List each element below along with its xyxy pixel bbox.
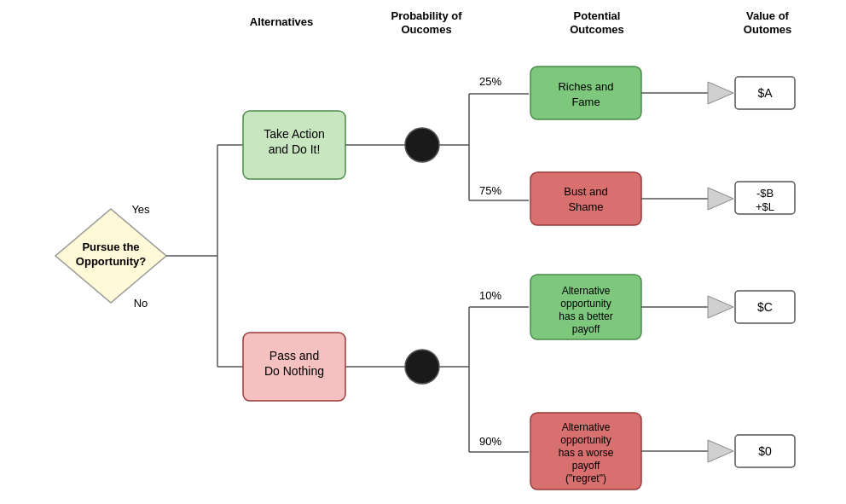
header-potential2: Outcomes: [570, 23, 624, 36]
chance-circle-1: [405, 128, 439, 162]
pass-label-2: Do Nothing: [264, 364, 324, 378]
bust-label-1: Bust and: [564, 185, 607, 198]
chevron-bust: [708, 188, 733, 210]
pct-90: 90%: [479, 435, 501, 448]
action-label-2: and Do It!: [269, 142, 321, 156]
header-value: Value of: [746, 9, 790, 22]
pct-75: 75%: [479, 184, 501, 197]
riches-label-1: Riches and: [558, 80, 613, 93]
header-alternatives: Alternatives: [250, 15, 313, 28]
alt-worse-label-2: opportunity: [560, 434, 611, 446]
chance-circle-2: [405, 350, 439, 384]
decision-label-1: Pursue the: [82, 240, 139, 253]
riches-label-2: Fame: [571, 96, 600, 108]
action-label-1: Take Action: [264, 127, 325, 141]
header-probability: Probability of: [391, 9, 462, 22]
pass-label-1: Pass and: [269, 349, 319, 362]
chevron-worse: [708, 440, 733, 462]
yes-label: Yes: [131, 203, 150, 216]
header-potential: Potential: [574, 9, 621, 22]
alt-better-label-1: Alternative: [562, 285, 611, 297]
pct-10: 10%: [479, 289, 501, 302]
value-b-2: +$L: [756, 200, 774, 213]
alt-better-label-2: opportunity: [560, 298, 611, 310]
value-a: $A: [757, 86, 773, 100]
alt-better-label-4: payoff: [572, 323, 600, 335]
no-label: No: [134, 297, 148, 310]
chevron-riches: [708, 82, 733, 104]
header-probability2: Oucomes: [401, 23, 451, 36]
alt-worse-label-1: Alternative: [562, 421, 611, 433]
alt-better-label-3: has a better: [559, 310, 612, 322]
value-c: $C: [757, 300, 773, 314]
bust-box: [530, 172, 641, 225]
alt-worse-label-4: payoff: [572, 460, 600, 472]
alt-worse-label-3: has a worse: [559, 447, 614, 459]
pct-25: 25%: [479, 75, 501, 88]
chevron-better: [708, 296, 733, 318]
header-value2: Outomes: [744, 23, 791, 36]
bust-label-2: Shame: [568, 200, 603, 213]
value-b-1: -$B: [756, 187, 774, 200]
alt-worse-label-5: ("regret"): [565, 472, 606, 484]
decision-tree-diagram: Alternatives Probability of Oucomes Pote…: [0, 0, 846, 504]
decision-label-2: Opportunity?: [76, 255, 146, 268]
value-0: $0: [758, 444, 772, 458]
